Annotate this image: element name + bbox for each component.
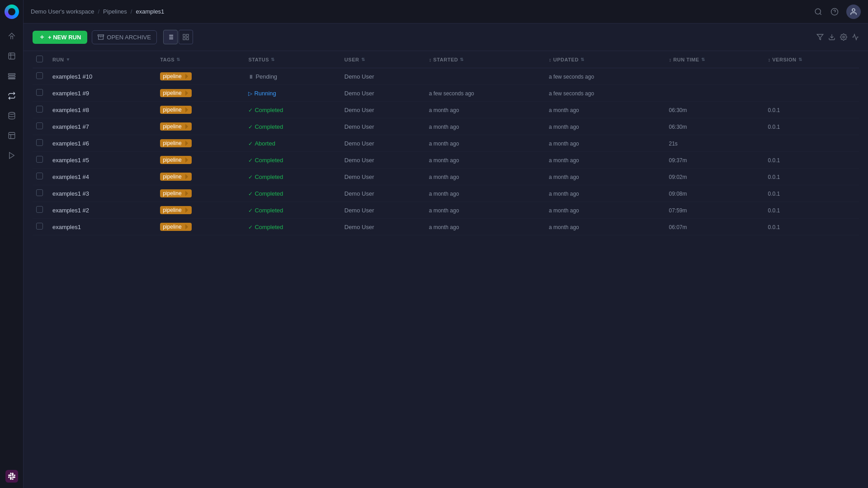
version-cell: 0.0.1 [768,107,780,113]
svg-rect-1 [8,76,15,77]
version-cell: 0.0.1 [768,224,780,230]
svg-rect-11 [183,38,185,40]
user-cell: Demo User [344,174,374,180]
content-area: + NEW RUN OPEN ARCHIVE [24,23,868,488]
row-checkbox[interactable] [36,106,43,113]
table-header-row: RUN ▼ TAGS ⇅ STATUS [33,51,859,68]
tag-pill[interactable]: pipeline [160,189,191,197]
table-row[interactable]: examples1pipeline✓CompletedDemo Usera mo… [33,219,859,235]
user-avatar[interactable] [846,5,861,19]
sidebar-item-datasets[interactable] [3,107,21,125]
sidebar-item-home[interactable] [3,27,21,45]
runs-table: RUN ▼ TAGS ⇅ STATUS [33,51,859,235]
header-updated[interactable]: ↕ UPDATED ⇅ [545,51,665,68]
tag-pill[interactable]: pipeline [160,106,191,114]
table-row[interactable]: examples1 #6pipeline✓AbortedDemo Usera m… [33,135,859,152]
select-all-checkbox[interactable] [36,56,43,62]
status-badge: ✓Completed [248,190,283,197]
table-row[interactable]: examples1 #3pipeline✓CompletedDemo Usera… [33,185,859,202]
sidebar-item-deploy[interactable] [3,146,21,164]
header-runtime[interactable]: ↕ RUN TIME ⇅ [665,51,764,68]
search-icon[interactable] [814,7,823,16]
toolbar-right [816,33,859,41]
help-icon[interactable] [830,7,839,16]
run-name: examples1 #2 [52,207,89,214]
filter-icon[interactable] [816,33,824,41]
table-row[interactable]: examples1 #4pipeline✓CompletedDemo Usera… [33,169,859,185]
updated-cell: a month ago [549,157,579,164]
activity-icon[interactable] [852,33,859,41]
runtime-cell: 21s [669,141,677,147]
download-icon[interactable] [828,33,835,41]
tag-pill[interactable]: pipeline [160,139,191,147]
svg-rect-12 [186,38,189,40]
list-view-button[interactable] [163,30,178,44]
sidebar-item-reports[interactable] [3,127,21,145]
header-status[interactable]: STATUS ⇅ [245,51,340,68]
tag-pill[interactable]: pipeline [160,223,191,231]
breadcrumb-pipelines[interactable]: Pipelines [103,8,127,15]
svg-point-8 [852,9,855,11]
open-archive-button[interactable]: OPEN ARCHIVE [92,30,157,44]
sidebar-nav [0,27,23,470]
row-checkbox[interactable] [36,89,43,96]
header-user[interactable]: USER ⇅ [341,51,425,68]
row-checkbox[interactable] [36,139,43,146]
runtime-cell: 09:37m [669,157,687,164]
sidebar-item-models[interactable] [3,67,21,85]
sidebar-item-pipelines[interactable] [3,87,21,105]
header-run[interactable]: RUN ▼ [49,51,156,68]
svg-marker-5 [9,152,14,159]
tag-pill[interactable]: pipeline [160,72,191,80]
svg-rect-0 [8,74,15,75]
toolbar: + NEW RUN OPEN ARCHIVE [24,23,868,51]
user-cell: Demo User [344,107,374,113]
tag-pill[interactable]: pipeline [160,122,191,131]
row-checkbox[interactable] [36,122,43,129]
row-checkbox[interactable] [36,206,43,213]
started-cell: a month ago [429,207,459,214]
started-cell: a month ago [429,141,459,147]
status-badge: ✓Completed [248,157,283,164]
slack-icon[interactable] [5,470,18,483]
header-started[interactable]: ↕ STARTED ⇅ [425,51,545,68]
version-cell: 0.0.1 [768,191,780,197]
version-cell: 0.0.1 [768,174,780,180]
breadcrumb-workspace[interactable]: Demo User's workspace [31,8,94,15]
header-tags[interactable]: TAGS ⇅ [156,51,245,68]
run-name: examples1 #8 [52,107,89,113]
tag-pill[interactable]: pipeline [160,206,191,214]
header-version[interactable]: ↕ VERSION ⇅ [764,51,859,68]
table-row[interactable]: examples1 #10pipeline⏸PendingDemo Usera … [33,68,859,85]
updated-cell: a month ago [549,174,579,180]
svg-point-3 [9,113,15,115]
user-cell: Demo User [344,224,374,230]
svg-marker-13 [817,34,823,40]
table-row[interactable]: examples1 #8pipeline✓CompletedDemo Usera… [33,102,859,118]
svg-rect-9 [183,34,185,37]
table-row[interactable]: examples1 #7pipeline✓CompletedDemo Usera… [33,118,859,135]
started-cell: a few seconds ago [429,90,474,97]
status-badge: ✓Completed [248,123,283,130]
view-toggle [163,30,193,44]
grid-view-button[interactable] [179,30,193,44]
row-checkbox[interactable] [36,189,43,196]
tag-pill[interactable]: pipeline [160,156,191,164]
table-row[interactable]: examples1 #9pipeline▷RunningDemo Usera f… [33,85,859,102]
updated-cell: a month ago [549,207,579,214]
app-logo[interactable] [0,0,24,23]
started-cell: a month ago [429,124,459,130]
table-row[interactable]: examples1 #2pipeline✓CompletedDemo Usera… [33,202,859,219]
tag-pill[interactable]: pipeline [160,89,191,97]
sidebar-item-experiments[interactable] [3,47,21,65]
table-row[interactable]: examples1 #5pipeline✓CompletedDemo Usera… [33,152,859,169]
settings-icon[interactable] [840,33,847,41]
new-run-button[interactable]: + NEW RUN [33,31,87,44]
row-checkbox[interactable] [36,223,43,230]
updated-cell: a few seconds ago [549,90,594,97]
row-checkbox[interactable] [36,156,43,163]
row-checkbox[interactable] [36,173,43,179]
run-name: examples1 #10 [52,73,92,80]
tag-pill[interactable]: pipeline [160,173,191,181]
row-checkbox[interactable] [36,72,43,79]
